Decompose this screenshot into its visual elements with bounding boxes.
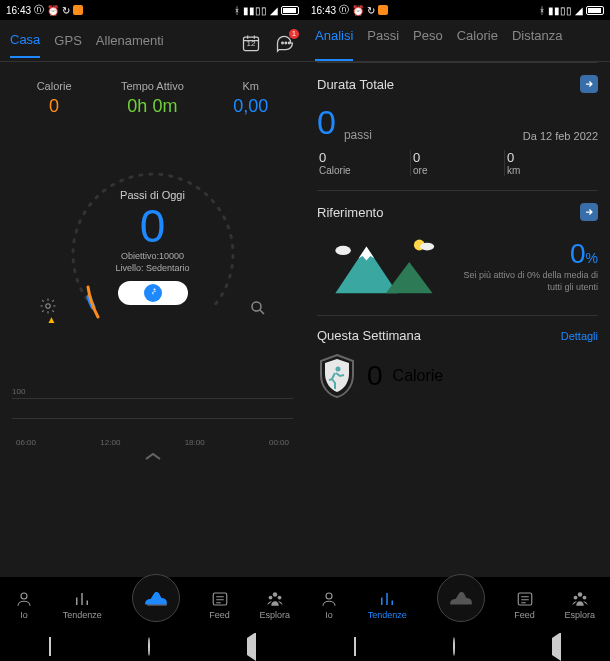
card-durata: Durata Totale 0 passi Da 12 feb 2022 0Ca… [317,62,598,190]
battery-icon [281,6,299,15]
signal-icon: ▮▮▯▯ [243,5,267,16]
shield-badge-icon [317,353,357,399]
arrow-right-icon [584,79,594,89]
sync-icon: ↻ [62,5,70,16]
tab-analisi[interactable]: Analisi [315,28,353,61]
person-icon [320,590,338,608]
nav-io[interactable]: Io [15,590,33,620]
svg-point-4 [153,289,155,291]
chart-ylabel: 100 [12,387,293,396]
svg-point-16 [326,593,332,599]
battery-icon [586,6,604,15]
calendar-button[interactable]: 12 [241,33,261,57]
nav-home[interactable] [453,638,455,656]
search-button[interactable] [249,299,267,321]
tab-passi[interactable]: Passi [367,28,399,61]
durata-title: Durata Totale [317,77,394,92]
status-time: 16:43 [311,5,336,16]
circle-icon [453,637,455,656]
calendar-date: 12 [241,39,261,48]
nav-tendenze[interactable]: Tendenze [63,590,102,620]
stat-calorie: Calorie 0 [37,80,72,117]
nav-esplora[interactable]: Esplora [260,590,291,620]
steps-gauge[interactable]: Passi di Oggi 0 Obiettivo:10000 Livello:… [53,147,253,347]
trends-tabs: Analisi Passi Peso Calorie Distanza [305,20,610,62]
svg-point-3 [288,42,290,44]
mountain-icon [317,231,447,301]
search-icon [249,299,267,317]
gauge-value: 0 [140,203,166,249]
people-icon [571,590,589,608]
signal-icon: ▮▮▯▯ [548,5,572,16]
riferimento-more-button[interactable] [580,203,598,221]
app-icon [73,5,83,15]
gauge-level: Livello: Sedentario [115,263,189,273]
nav-tendenze[interactable]: Tendenze [368,590,407,620]
system-nav [0,633,305,661]
nav-back[interactable] [552,638,561,656]
app-icon [378,5,388,15]
system-nav [305,633,610,661]
screen-trends: 16:43 ⓝ ⏰ ↻ ᚼ ▮▮▯▯ ◢ Analisi Passi Peso … [305,0,610,661]
nav-feed[interactable]: Feed [209,590,230,620]
feed-icon [516,590,534,608]
nfc-icon: ⓝ [34,3,44,17]
screen-home: 16:43 ⓝ ⏰ ↻ ᚼ ▮▮▯▯ ◢ Casa GPS Allenament… [0,0,305,661]
stat-tempo: Tempo Attivo 0h 0m [121,80,184,117]
tab-allenamenti[interactable]: Allenamenti [96,33,164,57]
durata-more-button[interactable] [580,75,598,93]
tab-calorie[interactable]: Calorie [457,28,498,61]
svg-point-18 [578,592,583,597]
week-value: 0 [367,360,383,392]
svg-point-5 [45,304,50,309]
nav-home[interactable] [148,638,150,656]
durata-value: 0 [317,103,336,142]
circle-icon [148,637,150,656]
nav-back[interactable] [247,638,256,656]
expand-chart-button[interactable] [12,451,293,463]
reference-percent: 0% [455,238,598,270]
gear-icon [39,297,57,315]
nav-io[interactable]: Io [320,590,338,620]
stat-km: Km 0,00 [233,80,268,117]
wifi-icon: ◢ [270,5,278,16]
bottom-nav: Io Tendenze Feed Esplora [305,577,610,633]
arrow-right-icon [584,207,594,217]
nav-activity[interactable] [437,574,485,622]
chat-button[interactable]: 1 [275,33,295,57]
tab-distanza[interactable]: Distanza [512,28,563,61]
person-icon [15,590,33,608]
bottom-nav: Io Tendenze Feed Esplora [0,577,305,633]
svg-point-12 [335,246,351,255]
triangle-icon [552,632,561,661]
tab-casa[interactable]: Casa [10,32,40,58]
tab-gps[interactable]: GPS [54,33,81,57]
svg-point-14 [420,243,434,251]
sync-icon: ↻ [367,5,375,16]
card-settimana: Questa Settimana Dettagli 0 Calorie [317,315,598,413]
card-riferimento: Riferimento 0% Sei p [317,190,598,315]
svg-point-1 [282,42,284,44]
nav-recents[interactable] [354,638,356,656]
chat-badge: 1 [289,29,299,39]
start-run-button[interactable] [118,281,188,305]
svg-point-6 [252,302,261,311]
durata-unit: passi [344,128,372,142]
svg-point-7 [21,593,27,599]
gauge-goal: Obiettivo:10000 [121,251,184,261]
shoe-icon [143,585,169,611]
hourly-chart: 100 06:00 12:00 18:00 00:00 [12,387,293,463]
wifi-icon: ◢ [575,5,583,16]
svg-point-10 [268,596,272,600]
nav-activity[interactable] [132,574,180,622]
nav-esplora[interactable]: Esplora [565,590,596,620]
nav-feed[interactable]: Feed [514,590,535,620]
status-time: 16:43 [6,5,31,16]
tab-peso[interactable]: Peso [413,28,443,61]
square-icon [354,637,356,656]
nav-recents[interactable] [49,638,51,656]
stats-row: Calorie 0 Tempo Attivo 0h 0m Km 0,00 [12,80,293,117]
svg-point-20 [582,596,586,600]
durata-breakdown: 0Calorie 0ore 0km [317,150,598,176]
settimana-details-link[interactable]: Dettagli [561,330,598,342]
